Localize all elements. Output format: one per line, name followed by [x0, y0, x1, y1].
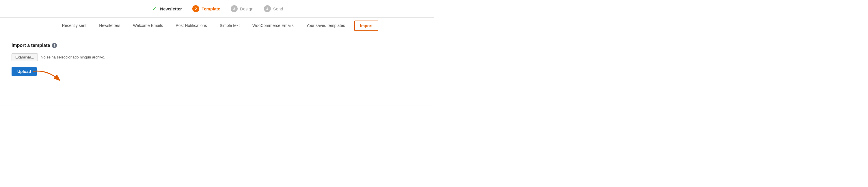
- step-design: 3 Design: [231, 5, 253, 12]
- step-2-number: 2: [192, 5, 199, 12]
- tab-recently-sent[interactable]: Recently sent: [56, 18, 93, 33]
- tab-import[interactable]: Import: [354, 21, 378, 31]
- tab-newsletters[interactable]: Newsletters: [93, 18, 126, 33]
- file-name-display: No se ha seleccionado ningún archivo.: [41, 55, 105, 59]
- import-title-row: Import a template ?: [11, 43, 423, 48]
- import-section: Import a template ? Examinar... No se ha…: [0, 34, 434, 88]
- step-1-label: Newsletter: [160, 6, 182, 11]
- tab-your-saved-templates[interactable]: Your saved templates: [300, 18, 351, 33]
- upload-wrapper: Upload: [11, 67, 423, 76]
- upload-button[interactable]: Upload: [11, 67, 37, 76]
- step-3-number: 3: [231, 5, 238, 12]
- step-3-label: Design: [240, 6, 253, 11]
- step-newsletter: ✓ Newsletter: [151, 5, 182, 12]
- tab-post-notifications[interactable]: Post Notifications: [169, 18, 213, 33]
- tab-simple-text[interactable]: Simple text: [213, 18, 246, 33]
- tab-navigation: Recently sent Newsletters Welcome Emails…: [0, 18, 434, 34]
- browse-button[interactable]: Examinar...: [11, 53, 38, 61]
- tab-welcome-emails[interactable]: Welcome Emails: [126, 18, 169, 33]
- step-4-label: Send: [273, 6, 283, 11]
- stepper-bar: ✓ Newsletter 2 Template 3 Design 4 Send: [0, 0, 434, 18]
- step-send: 4 Send: [264, 5, 283, 12]
- tab-woocommerce-emails[interactable]: WooCommerce Emails: [246, 18, 300, 33]
- step-template: 2 Template: [192, 5, 220, 12]
- import-title-text: Import a template: [11, 43, 50, 48]
- step-2-label: Template: [202, 6, 220, 11]
- footer-line: [0, 105, 434, 105]
- step-1-number: ✓: [151, 5, 158, 12]
- file-input-row: Examinar... No se ha seleccionado ningún…: [11, 53, 423, 61]
- help-icon[interactable]: ?: [52, 43, 57, 48]
- step-4-number: 4: [264, 5, 271, 12]
